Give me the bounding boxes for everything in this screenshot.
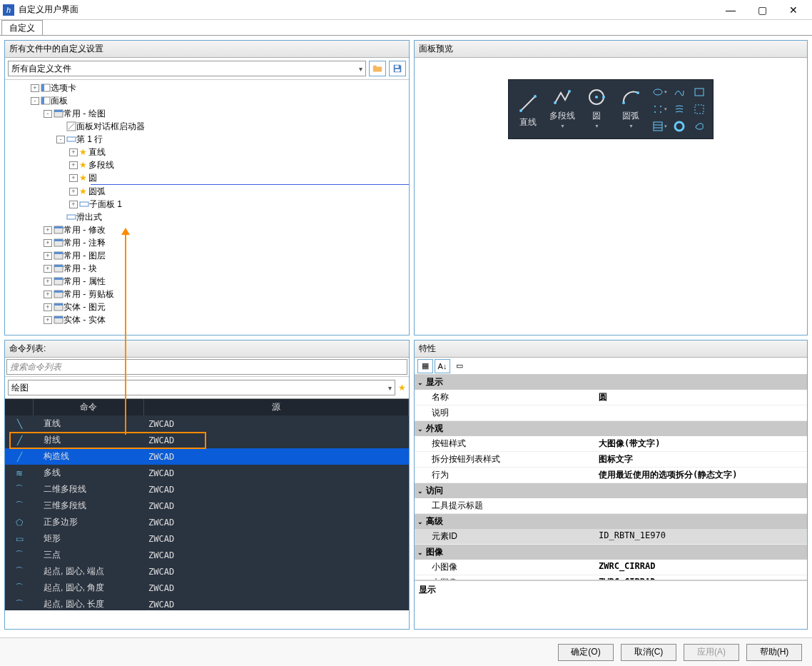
tree-item[interactable]: +常用 - 图层 (5, 249, 409, 262)
small-btn-spline[interactable] (670, 84, 689, 100)
tab-customize[interactable]: 自定义 (1, 20, 43, 35)
command-icon: ≋ (5, 468, 34, 478)
command-row[interactable]: ╱构造线ZWCAD (5, 448, 409, 465)
ellipse-icon (652, 86, 664, 98)
search-command-input[interactable]: 搜索命令列表 (6, 359, 407, 375)
categorized-button[interactable]: ▦ (417, 359, 433, 373)
property-category[interactable]: ⌄高级 (415, 514, 807, 529)
svg-point-30 (519, 109, 522, 112)
svg-point-43 (654, 111, 656, 113)
command-row[interactable]: ≋多线ZWCAD (5, 465, 409, 481)
ok-button[interactable]: 确定(O) (558, 644, 614, 661)
command-row[interactable]: ⬠正多边形ZWCAD (5, 514, 409, 530)
open-file-button[interactable] (369, 61, 386, 76)
panel-icon (54, 302, 64, 312)
tree-item[interactable]: +★圆弧 (5, 185, 409, 198)
tree-item[interactable]: +选项卡 (5, 81, 409, 94)
property-row[interactable]: 大图像ZWRC_CIRRAD (415, 575, 807, 580)
command-row[interactable]: ╲直线ZWCAD (5, 415, 409, 432)
tree-item[interactable]: +子面板 1 (5, 198, 409, 211)
minimize-button[interactable]: — (715, 0, 746, 20)
panel-icon (54, 263, 64, 273)
property-category[interactable]: ⌄访问 (415, 483, 807, 498)
command-row[interactable]: ⌒起点, 圆心, 角度ZWCAD (5, 580, 409, 596)
property-row[interactable]: 说明 (415, 405, 807, 421)
property-row[interactable]: 工具提示标题 (415, 498, 807, 514)
tree-item[interactable]: 面板对话框启动器 (5, 120, 409, 133)
revcloud-icon (694, 121, 705, 132)
command-row[interactable]: ⌒三点ZWCAD (5, 547, 409, 563)
ribbon-button-line[interactable]: 直线 (512, 83, 544, 130)
category-combo[interactable]: 绘图 ▾ (8, 380, 395, 395)
preview-header: 面板预览 (415, 41, 807, 58)
tree-item[interactable]: +★多段线 (5, 158, 409, 171)
svg-rect-22 (54, 278, 63, 280)
save-file-button[interactable] (389, 61, 406, 76)
svg-rect-1 (395, 69, 400, 72)
svg-rect-16 (54, 239, 63, 241)
small-btn-rect[interactable] (690, 84, 709, 100)
tree-item[interactable]: +实体 - 图元 (5, 301, 409, 313)
property-row[interactable]: 元素IDID_RBTN_1E970 (415, 529, 807, 545)
command-row[interactable]: ▭矩形ZWCAD (5, 530, 409, 547)
tree-item[interactable]: +常用 - 修改 (5, 223, 409, 236)
property-row[interactable]: 名称圆 (415, 390, 807, 405)
ribbon-button-arc[interactable]: 圆弧▼ (614, 83, 647, 130)
svg-point-41 (654, 106, 656, 107)
command-row[interactable]: ⌒起点, 圆心, 端点ZWCAD (5, 563, 409, 580)
tree-item[interactable]: +★直线 (5, 146, 409, 158)
property-category[interactable]: ⌄图像 (415, 545, 807, 560)
chevron-down-icon: ⌄ (417, 549, 423, 556)
helix-icon (674, 104, 685, 115)
command-row[interactable]: ⌒二维多段线ZWCAD (5, 481, 409, 498)
svg-rect-18 (54, 252, 63, 254)
apply-button[interactable]: 应用(A) (684, 644, 739, 661)
small-btn-ellipse[interactable]: ▾ (650, 84, 669, 100)
maximize-button[interactable]: ▢ (746, 0, 778, 20)
small-btn-point[interactable]: ▾ (650, 101, 669, 117)
tree-item[interactable]: +常用 - 属性 (5, 275, 409, 288)
command-row[interactable]: ⌒起点, 圆心, 长度ZWCAD (5, 596, 409, 610)
star-icon[interactable]: ★ (398, 383, 406, 393)
property-row[interactable]: 行为使用最近使用的选项拆分(静态文字) (415, 468, 807, 483)
customization-file-combo[interactable]: 所有自定义文件 ▾ (8, 61, 366, 76)
tree-item[interactable]: +★圆 (5, 171, 409, 184)
small-btn-hatch[interactable]: ▾ (650, 118, 669, 134)
window-title: 自定义用户界面 (19, 4, 715, 16)
command-row[interactable]: ⌒三维多段线ZWCAD (5, 498, 409, 514)
command-row[interactable]: ╱射线ZWCAD (5, 432, 409, 448)
property-row[interactable]: 按钮样式大图像(带文字) (415, 436, 807, 452)
tree-item[interactable]: +实体 - 实体 (5, 313, 409, 326)
small-btn-donut[interactable] (670, 118, 689, 134)
properties-grid[interactable]: ⌄显示名称圆说明⌄外观按钮样式大图像(带文字)拆分按钮列表样式图标文字行为使用最… (415, 375, 807, 580)
svg-point-44 (660, 111, 661, 113)
ribbon-button-polyline[interactable]: 多段线▼ (546, 83, 579, 130)
tree-item[interactable]: -常用 - 绘图 (5, 107, 409, 120)
alphabetical-button[interactable]: A↓ (435, 359, 450, 373)
tree-item[interactable]: +常用 - 注释 (5, 236, 409, 249)
tree-item[interactable]: 滑出式 (5, 211, 409, 223)
property-row[interactable]: 拆分按钮列表样式图标文字 (415, 452, 807, 468)
customization-tree[interactable]: +选项卡-面板-常用 - 绘图面板对话框启动器-第 1 行+★直线+★多段线+★… (5, 80, 409, 335)
tree-item[interactable]: -面板 (5, 94, 409, 107)
tree-item[interactable]: -第 1 行 (5, 133, 409, 146)
command-icon: ⬠ (5, 518, 34, 528)
small-btn-revcloud[interactable] (690, 118, 709, 134)
property-row[interactable]: 小图像ZWRC_CIRRAD (415, 560, 807, 575)
close-button[interactable]: ✕ (778, 0, 809, 20)
command-icon: ⌒ (5, 565, 34, 577)
ribbon-button-circle[interactable]: 圆▼ (580, 83, 613, 130)
help-button[interactable]: 帮助(H) (746, 644, 802, 661)
prop-page-button[interactable]: ▭ (452, 359, 467, 373)
tree-item[interactable]: +常用 - 块 (5, 262, 409, 275)
disk-icon (392, 64, 402, 74)
small-btn-region[interactable] (690, 101, 709, 117)
property-category[interactable]: ⌄显示 (415, 375, 807, 390)
tab-bar: 自定义 (0, 20, 812, 36)
tree-item[interactable]: +常用 - 剪贴板 (5, 288, 409, 301)
property-category[interactable]: ⌄外观 (415, 421, 807, 436)
command-table[interactable]: 命令 源 ╲直线ZWCAD╱射线ZWCAD╱构造线ZWCAD≋多线ZWCAD⌒二… (5, 399, 409, 610)
command-icon: ⌒ (5, 500, 34, 512)
small-btn-helix[interactable] (670, 101, 689, 117)
cancel-button[interactable]: 取消(C) (621, 644, 676, 661)
